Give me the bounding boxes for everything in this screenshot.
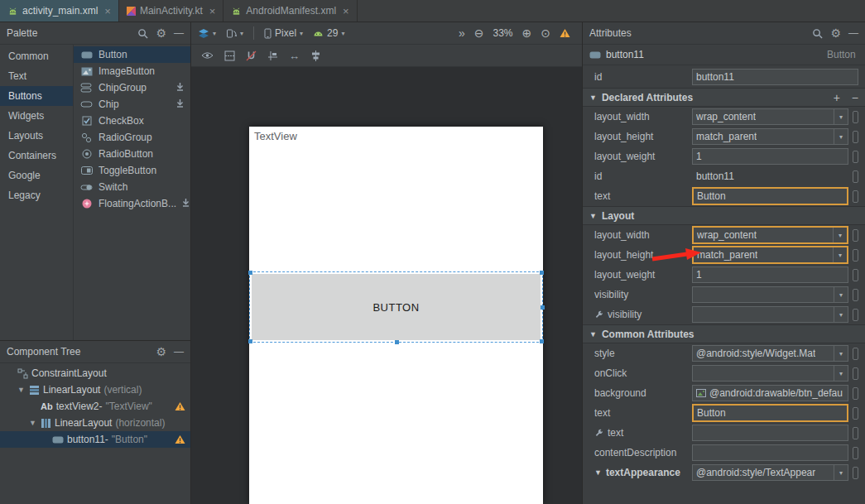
layout-weight-field[interactable]: 1 [692, 266, 848, 283]
align-vertical-icon[interactable] [310, 50, 321, 61]
style-field[interactable]: @android:style/Widget.Mat▾ [692, 345, 848, 362]
arrow-horizontal-icon[interactable]: ↔ [289, 50, 300, 61]
palette-category-common[interactable]: Common [0, 46, 73, 66]
expander-icon[interactable]: ▼ [17, 386, 26, 394]
contentDescription-field[interactable] [692, 444, 848, 461]
dropdown-arrow-icon[interactable]: ▾ [834, 346, 848, 361]
text-field[interactable]: Button [692, 187, 848, 205]
search-icon[interactable] [137, 28, 148, 39]
dropdown-arrow-icon[interactable]: ▾ [834, 129, 848, 144]
search-icon[interactable] [812, 28, 823, 39]
api-selector[interactable]: 29 ▾ [313, 27, 344, 39]
expander-icon[interactable]: ▼ [28, 419, 37, 427]
visibility-field[interactable]: ▾ [692, 306, 848, 323]
palette-category-layouts[interactable]: Layouts [0, 126, 73, 146]
tree-item[interactable]: ▼LinearLayout(vertical) [0, 382, 190, 398]
margins-icon[interactable] [267, 50, 278, 61]
hide-panel-icon[interactable]: — [848, 28, 858, 38]
layout-height-field[interactable]: match_parent▾ [692, 246, 848, 264]
palette-category-google[interactable]: Google [0, 166, 73, 185]
dropdown-arrow-icon[interactable]: ▾ [833, 228, 847, 242]
tree-item[interactable]: ▼ConstraintLayout [0, 365, 190, 382]
dropdown-arrow-icon[interactable]: ▾ [834, 307, 848, 322]
attribute-flag-toggle[interactable] [853, 447, 858, 459]
palette-category-legacy[interactable]: Legacy [0, 185, 73, 205]
button-selection[interactable]: BUTTON [249, 271, 543, 343]
attribute-flag-toggle[interactable] [853, 170, 858, 183]
attribute-flag-toggle[interactable] [853, 367, 858, 380]
tree-item[interactable]: ▼AbtextView2- "TextView" [0, 398, 190, 415]
id-field[interactable]: button11 [692, 69, 858, 85]
resize-handle[interactable] [540, 271, 544, 275]
close-icon[interactable]: × [209, 6, 216, 17]
section-header-common-attributes[interactable]: ▼Common Attributes [583, 324, 865, 343]
design-canvas[interactable]: TextView BUTTON [191, 67, 582, 504]
section-header-declared-attributes[interactable]: ▼Declared Attributes+− [583, 88, 865, 107]
toolbar-overflow-icon[interactable]: » [459, 26, 465, 40]
resize-handle[interactable] [540, 339, 544, 343]
layout-weight-field[interactable]: 1 [692, 148, 848, 165]
palette-item[interactable]: Button [74, 46, 190, 63]
attribute-flag-toggle[interactable] [853, 151, 858, 163]
zoom-fit-button[interactable]: ⊙ [541, 26, 550, 40]
palette-item[interactable]: ImageButton [74, 63, 190, 79]
zoom-out-button[interactable]: ⊖ [474, 26, 484, 40]
editor-tab[interactable]: AndroidManifest.xml× [223, 0, 357, 22]
eye-icon[interactable] [201, 51, 214, 60]
attribute-flag-toggle[interactable] [853, 131, 858, 143]
palette-item[interactable]: Chip [74, 96, 190, 113]
layout-height-field[interactable]: match_parent▾ [692, 128, 848, 145]
gear-icon[interactable]: ⚙ [830, 27, 841, 39]
attribute-flag-toggle[interactable] [853, 309, 858, 321]
attribute-flag-toggle[interactable] [853, 190, 858, 203]
attribute-flag-toggle[interactable] [853, 387, 858, 400]
palette-item[interactable]: CheckBox [74, 113, 190, 129]
design-mode-selector[interactable]: ▾ [198, 28, 216, 38]
textview-widget[interactable]: TextView [254, 130, 297, 142]
attribute-flag-toggle[interactable] [853, 111, 858, 123]
device-selector[interactable]: Pixel ▾ [264, 27, 303, 39]
palette-item[interactable]: ToggleButton [74, 162, 190, 179]
palette-item[interactable]: FloatingActionB... [74, 195, 190, 212]
attribute-flag-toggle[interactable] [853, 427, 858, 439]
attribute-flag-toggle[interactable] [853, 289, 858, 301]
background-field[interactable]: @android:drawable/btn_defau [692, 385, 848, 401]
expander-icon[interactable]: ▼ [589, 94, 597, 102]
editor-tab[interactable]: MainActivity.kt× [119, 0, 223, 22]
expander-icon[interactable]: ▼ [589, 212, 597, 220]
attribute-flag-toggle[interactable] [853, 348, 858, 360]
attribute-flag-toggle[interactable] [853, 229, 858, 242]
gear-icon[interactable]: ⚙ [156, 27, 166, 39]
warnings-button[interactable] [560, 28, 570, 38]
expander-icon[interactable]: ▼ [594, 468, 602, 477]
gear-icon[interactable]: ⚙ [156, 346, 166, 358]
palette-item[interactable]: Switch [74, 179, 190, 195]
zoom-in-button[interactable]: ⊕ [522, 26, 532, 40]
device-artboard[interactable]: TextView BUTTON [249, 127, 543, 504]
hide-panel-icon[interactable]: — [174, 347, 184, 357]
expander-icon[interactable]: ▼ [589, 330, 597, 338]
palette-category-containers[interactable]: Containers [0, 146, 73, 166]
resize-handle[interactable] [248, 271, 252, 275]
hide-panel-icon[interactable]: — [174, 28, 184, 38]
palette-item[interactable]: ChipGroup [74, 79, 190, 96]
download-icon[interactable] [181, 198, 190, 209]
resize-handle[interactable] [248, 339, 252, 343]
magnet-off-icon[interactable] [246, 50, 257, 61]
text-field[interactable]: Button [692, 404, 848, 422]
remove-attribute-button[interactable]: − [852, 92, 858, 103]
dropdown-arrow-icon[interactable]: ▾ [833, 247, 847, 262]
layout-width-field[interactable]: wrap_content▾ [692, 108, 848, 125]
download-icon[interactable] [175, 98, 185, 110]
editor-tab[interactable]: activity_main.xml× [0, 0, 119, 22]
palette-category-text[interactable]: Text [0, 66, 73, 86]
button-widget[interactable]: BUTTON [252, 274, 541, 340]
dropdown-arrow-icon[interactable]: ▾ [834, 287, 848, 302]
close-icon[interactable]: × [343, 6, 349, 17]
attribute-flag-toggle[interactable] [853, 407, 858, 420]
dropdown-arrow-icon[interactable]: ▾ [834, 465, 848, 480]
attribute-flag-toggle[interactable] [853, 467, 858, 479]
visibility-field[interactable]: ▾ [692, 286, 848, 303]
text-field[interactable] [692, 425, 848, 441]
palette-category-buttons[interactable]: Buttons [0, 86, 73, 106]
